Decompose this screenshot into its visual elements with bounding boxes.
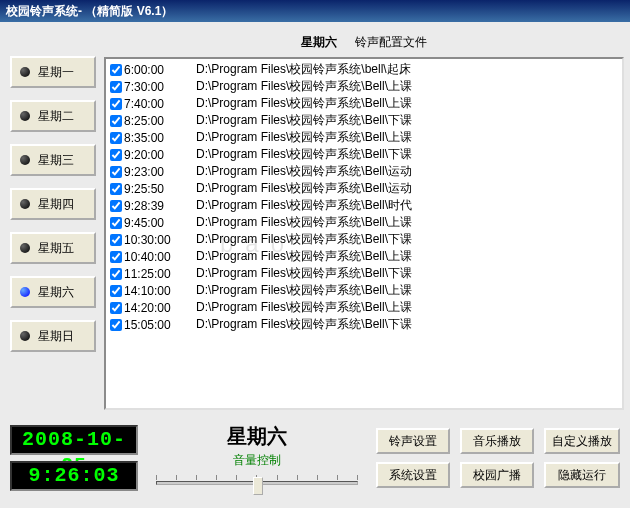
path-cell: D:\Program Files\校园铃声系统\Bell\上课 bbox=[196, 299, 620, 316]
enable-checkbox[interactable] bbox=[110, 302, 122, 314]
schedule-list[interactable]: 6:00:00D:\Program Files\校园铃声系统\bell\起床7:… bbox=[104, 57, 624, 410]
enable-checkbox[interactable] bbox=[110, 81, 122, 93]
time-cell: 11:25:00 bbox=[124, 267, 196, 281]
content-header: 星期六 铃声配置文件 bbox=[104, 26, 624, 57]
volume-slider[interactable] bbox=[156, 473, 358, 493]
day-button-2[interactable]: 星期三 bbox=[10, 144, 96, 176]
schedule-row[interactable]: 6:00:00D:\Program Files\校园铃声系统\bell\起床 bbox=[108, 61, 620, 78]
schedule-row[interactable]: 9:45:00D:\Program Files\校园铃声系统\Bell\上课 bbox=[108, 214, 620, 231]
hide-run-button[interactable]: 隐藏运行 bbox=[544, 462, 620, 488]
enable-checkbox[interactable] bbox=[110, 200, 122, 212]
enable-checkbox[interactable] bbox=[110, 149, 122, 161]
current-day-label: 星期六 bbox=[156, 423, 358, 450]
time-cell: 10:30:00 bbox=[124, 233, 196, 247]
enable-checkbox[interactable] bbox=[110, 217, 122, 229]
campus-broadcast-button[interactable]: 校园广播 bbox=[460, 462, 534, 488]
status-dot-icon bbox=[20, 199, 30, 209]
schedule-row[interactable]: 10:30:00D:\Program Files\校园铃声系统\Bell\下课 bbox=[108, 231, 620, 248]
schedule-row[interactable]: 7:30:00D:\Program Files\校园铃声系统\Bell\上课 bbox=[108, 78, 620, 95]
time-cell: 14:10:00 bbox=[124, 284, 196, 298]
day-button-1[interactable]: 星期二 bbox=[10, 100, 96, 132]
status-dot-icon bbox=[20, 155, 30, 165]
enable-checkbox[interactable] bbox=[110, 115, 122, 127]
path-cell: D:\Program Files\校园铃声系统\Bell\上课 bbox=[196, 214, 620, 231]
schedule-row[interactable]: 14:20:00D:\Program Files\校园铃声系统\Bell\上课 bbox=[108, 299, 620, 316]
bell-settings-button[interactable]: 铃声设置 bbox=[376, 428, 450, 454]
time-display: 9:26:03 bbox=[10, 461, 138, 491]
time-cell: 9:20:00 bbox=[124, 148, 196, 162]
custom-play-button[interactable]: 自定义播放 bbox=[544, 428, 620, 454]
date-display: 2008-10-25 bbox=[10, 425, 138, 455]
enable-checkbox[interactable] bbox=[110, 268, 122, 280]
day-button-6[interactable]: 星期日 bbox=[10, 320, 96, 352]
enable-checkbox[interactable] bbox=[110, 251, 122, 263]
status-dot-icon bbox=[20, 287, 30, 297]
path-cell: D:\Program Files\校园铃声系统\Bell\上课 bbox=[196, 78, 620, 95]
schedule-row[interactable]: 14:10:00D:\Program Files\校园铃声系统\Bell\上课 bbox=[108, 282, 620, 299]
status-dot-icon bbox=[20, 331, 30, 341]
path-cell: D:\Program Files\校园铃声系统\Bell\时代 bbox=[196, 197, 620, 214]
system-settings-button[interactable]: 系统设置 bbox=[376, 462, 450, 488]
path-cell: D:\Program Files\校园铃声系统\Bell\上课 bbox=[196, 129, 620, 146]
enable-checkbox[interactable] bbox=[110, 234, 122, 246]
path-cell: D:\Program Files\校园铃声系统\Bell\下课 bbox=[196, 265, 620, 282]
enable-checkbox[interactable] bbox=[110, 319, 122, 331]
path-cell: D:\Program Files\校园铃声系统\Bell\下课 bbox=[196, 231, 620, 248]
path-cell: D:\Program Files\校园铃声系统\Bell\下课 bbox=[196, 112, 620, 129]
enable-checkbox[interactable] bbox=[110, 98, 122, 110]
day-button-0[interactable]: 星期一 bbox=[10, 56, 96, 88]
time-cell: 10:40:00 bbox=[124, 250, 196, 264]
path-cell: D:\Program Files\校园铃声系统\Bell\运动 bbox=[196, 180, 620, 197]
schedule-row[interactable]: 8:25:00D:\Program Files\校园铃声系统\Bell\下课 bbox=[108, 112, 620, 129]
time-cell: 7:30:00 bbox=[124, 80, 196, 94]
bottom-panel: 2008-10-25 9:26:03 星期六 音量控制 铃声设置 音乐播放 自定… bbox=[0, 412, 630, 504]
schedule-row[interactable]: 10:40:00D:\Program Files\校园铃声系统\Bell\上课 bbox=[108, 248, 620, 265]
day-sidebar: 星期一星期二星期三星期四星期五星期六星期日 bbox=[6, 26, 104, 410]
day-button-label: 星期四 bbox=[38, 196, 74, 213]
schedule-row[interactable]: 7:40:00D:\Program Files\校园铃声系统\Bell\上课 bbox=[108, 95, 620, 112]
window-titlebar: 校园铃声系统- （精简版 V6.1） bbox=[0, 0, 630, 22]
day-button-label: 星期三 bbox=[38, 152, 74, 169]
path-cell: D:\Program Files\校园铃声系统\Bell\运动 bbox=[196, 163, 620, 180]
day-button-label: 星期日 bbox=[38, 328, 74, 345]
schedule-row[interactable]: 9:28:39D:\Program Files\校园铃声系统\Bell\时代 bbox=[108, 197, 620, 214]
day-button-3[interactable]: 星期四 bbox=[10, 188, 96, 220]
schedule-row[interactable]: 9:23:00D:\Program Files\校园铃声系统\Bell\运动 bbox=[108, 163, 620, 180]
time-cell: 8:25:00 bbox=[124, 114, 196, 128]
volume-label: 音量控制 bbox=[156, 452, 358, 469]
day-button-5[interactable]: 星期六 bbox=[10, 276, 96, 308]
schedule-row[interactable]: 8:35:00D:\Program Files\校园铃声系统\Bell\上课 bbox=[108, 129, 620, 146]
path-cell: D:\Program Files\校园铃声系统\Bell\上课 bbox=[196, 248, 620, 265]
time-cell: 9:25:50 bbox=[124, 182, 196, 196]
day-button-label: 星期五 bbox=[38, 240, 74, 257]
time-cell: 9:23:00 bbox=[124, 165, 196, 179]
time-cell: 14:20:00 bbox=[124, 301, 196, 315]
time-cell: 6:00:00 bbox=[124, 63, 196, 77]
day-button-label: 星期一 bbox=[38, 64, 74, 81]
path-cell: D:\Program Files\校园铃声系统\Bell\上课 bbox=[196, 95, 620, 112]
time-cell: 7:40:00 bbox=[124, 97, 196, 111]
day-button-label: 星期二 bbox=[38, 108, 74, 125]
enable-checkbox[interactable] bbox=[110, 183, 122, 195]
schedule-row[interactable]: 9:20:00D:\Program Files\校园铃声系统\Bell\下课 bbox=[108, 146, 620, 163]
enable-checkbox[interactable] bbox=[110, 285, 122, 297]
enable-checkbox[interactable] bbox=[110, 166, 122, 178]
enable-checkbox[interactable] bbox=[110, 64, 122, 76]
path-cell: D:\Program Files\校园铃声系统\Bell\上课 bbox=[196, 282, 620, 299]
status-dot-icon bbox=[20, 111, 30, 121]
schedule-row[interactable]: 9:25:50D:\Program Files\校园铃声系统\Bell\运动 bbox=[108, 180, 620, 197]
slider-thumb[interactable] bbox=[253, 477, 263, 495]
music-play-button[interactable]: 音乐播放 bbox=[460, 428, 534, 454]
day-button-4[interactable]: 星期五 bbox=[10, 232, 96, 264]
time-cell: 8:35:00 bbox=[124, 131, 196, 145]
day-button-label: 星期六 bbox=[38, 284, 74, 301]
enable-checkbox[interactable] bbox=[110, 132, 122, 144]
path-cell: D:\Program Files\校园铃声系统\Bell\下课 bbox=[196, 146, 620, 163]
schedule-row[interactable]: 11:25:00D:\Program Files\校园铃声系统\Bell\下课 bbox=[108, 265, 620, 282]
time-cell: 9:45:00 bbox=[124, 216, 196, 230]
status-dot-icon bbox=[20, 243, 30, 253]
time-cell: 9:28:39 bbox=[124, 199, 196, 213]
schedule-row[interactable]: 15:05:00D:\Program Files\校园铃声系统\Bell\下课 bbox=[108, 316, 620, 333]
status-dot-icon bbox=[20, 67, 30, 77]
header-title: 铃声配置文件 bbox=[355, 35, 427, 49]
